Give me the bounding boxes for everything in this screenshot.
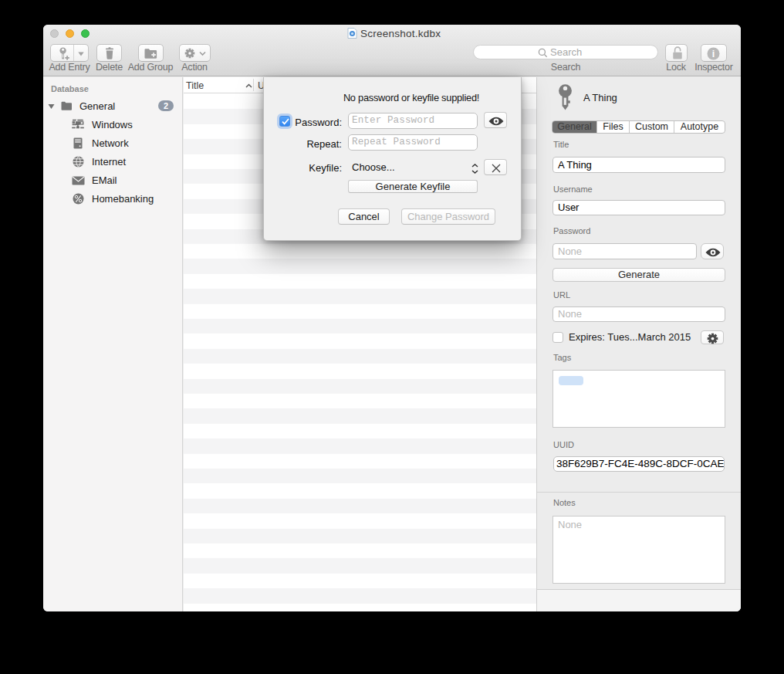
- svg-text:i: i: [712, 49, 715, 59]
